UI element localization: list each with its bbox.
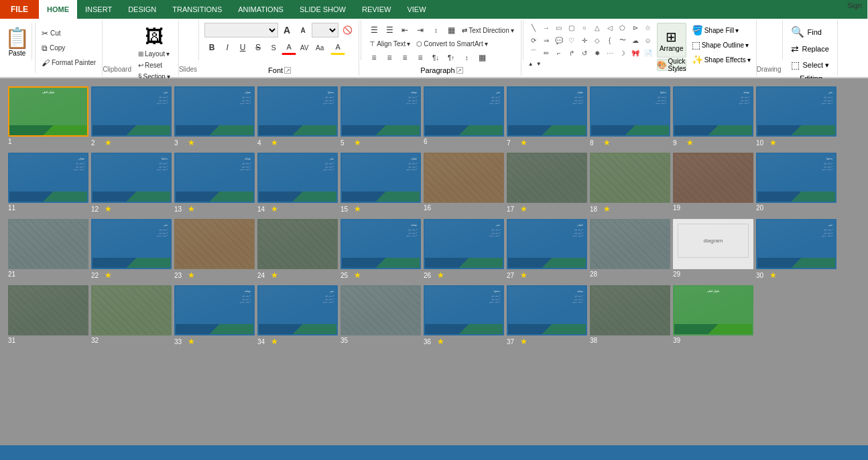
slide-thumbnail[interactable] [590, 153, 670, 203]
char-spacing-button[interactable]: AV [297, 40, 312, 55]
shape-smiley[interactable]: ☺ [642, 34, 654, 46]
font-expand-button[interactable]: ↗ [284, 67, 291, 74]
shape-diamond[interactable]: ◇ [591, 34, 603, 46]
slide-thumbnail[interactable]: نوشته • ردیف اول• ردیف دوم• ردیف سوم [340, 219, 421, 269]
slide-item[interactable]: 21 [8, 219, 88, 280]
slide-thumbnail[interactable]: نوشته • ردیف اول• ردیف دوم• ردیف سوم [673, 86, 753, 137]
tab-transitions[interactable]: TRANSITIONS [164, 0, 230, 19]
slide-thumbnail[interactable]: عنوان • ردیف اول• ردیف دوم• ردیف سوم [174, 86, 255, 137]
shape-oval[interactable]: ○ [578, 21, 591, 33]
shape-fill-button[interactable]: 🪣 Shape Fill ▾ [690, 24, 752, 36]
slide-thumbnail[interactable]: متن • ردیف اول• ردیف دوم• ردیف سوم [756, 86, 836, 137]
slide-thumbnail[interactable] [507, 153, 587, 203]
decrease-indent-button[interactable]: ⇤ [397, 23, 412, 37]
shape-brace[interactable]: { [604, 34, 616, 46]
font-name-select[interactable] [204, 23, 278, 37]
shape-circular-arrow[interactable]: ↺ [578, 47, 591, 59]
slide-item[interactable]: 38 [590, 285, 670, 346]
align-left-button[interactable]: ≡ [367, 50, 381, 65]
slide-thumbnail[interactable] [590, 285, 670, 335]
slide-thumbnail[interactable]: عنوان اصلی [673, 285, 753, 335]
slide-item[interactable]: محتوا • ردیف اول• ردیف دوم• ردیف سوم 20 [756, 153, 836, 214]
slide-thumbnail[interactable]: متن • ردیف اول• ردیف دوم• ردیف سوم [424, 219, 504, 269]
slide-thumbnail[interactable]: عنوان • ردیف اول• ردیف دوم• ردیف سوم [8, 153, 88, 203]
slide-item[interactable]: نوشته • ردیف اول• ردیف دوم• ردیف سوم 9 ★ [673, 86, 753, 147]
tab-home[interactable]: HOME [39, 0, 77, 19]
numbering-button[interactable]: ☰ [382, 23, 397, 37]
justify-button[interactable]: ≡ [413, 50, 428, 65]
convert-smartart-button[interactable]: ⬡ Convert to SmartArt ▾ [414, 39, 490, 49]
tab-insert[interactable]: INSERT [77, 0, 120, 19]
reset-button[interactable]: ↩ Reset [135, 60, 173, 70]
shape-effects-button[interactable]: ✨ Shape Effects ▾ [690, 54, 752, 66]
sign-in-button[interactable]: Sign [842, 0, 868, 19]
slide-thumbnail[interactable]: متن • ردیف اول• ردیف دوم• ردیف سوم [756, 219, 836, 269]
slide-thumbnail[interactable]: عنوان • ردیف اول• ردیف دوم• ردیف سوم [340, 153, 421, 203]
tab-view[interactable]: VIEW [399, 0, 434, 19]
arrange-button[interactable]: ⊞ Arrange [657, 23, 686, 58]
decrease-font-button[interactable]: A [280, 23, 294, 37]
slide-thumbnail[interactable]: محتوا • ردیف اول• ردیف دوم• ردیف سوم [424, 285, 504, 335]
slide-thumbnail[interactable]: محتوا • ردیف اول• ردیف دوم• ردیف سوم [590, 86, 670, 137]
slide-thumbnail[interactable] [673, 153, 753, 203]
slide-item[interactable]: نوشته • ردیف اول• ردیف دوم• ردیف سوم 5 ★ [340, 86, 421, 147]
text-direction-button[interactable]: ⇄ Text Direction ▾ [459, 25, 517, 35]
shape-rounded-rect[interactable]: ▢ [566, 21, 578, 33]
slide-item[interactable]: عنوان اصلی 1 [8, 86, 88, 147]
slide-item[interactable]: diagram 29 [673, 219, 753, 280]
line-spacing-button[interactable]: ↕ [428, 23, 443, 37]
slide-thumbnail[interactable]: نوشته • ردیف اول• ردیف دوم• ردیف سوم [507, 285, 587, 335]
shape-cloud[interactable]: ☁ [629, 34, 641, 46]
slide-thumbnail[interactable]: متن • ردیف اول• ردیف دوم• ردیف سوم [257, 153, 338, 203]
slide-thumbnail[interactable]: diagram [673, 219, 753, 269]
shape-moon[interactable]: ☽ [617, 47, 629, 59]
slide-item[interactable]: 32 [91, 285, 172, 346]
underline-button[interactable]: U [235, 40, 250, 55]
slide-thumbnail[interactable]: متن • ردیف اول• ردیف دوم• ردیف سوم [424, 86, 504, 137]
slide-item[interactable]: 28 [590, 219, 670, 280]
shape-bent-arrow[interactable]: ↱ [566, 47, 578, 59]
shape-callout[interactable]: 💬 [553, 34, 565, 46]
slide-item[interactable]: نوشته • ردیف اول• ردیف دوم• ردیف سوم 37 … [507, 285, 587, 346]
slide-thumbnail[interactable]: محتوا • ردیف اول• ردیف دوم• ردیف سوم [756, 153, 836, 203]
file-tab[interactable]: FILE [0, 0, 39, 19]
slide-item[interactable]: 31 [8, 285, 88, 346]
tab-animations[interactable]: ANIMATIONS [230, 0, 292, 19]
slide-thumbnail[interactable] [8, 285, 88, 335]
shape-chevron[interactable]: ⊳ [629, 21, 641, 33]
slide-thumbnail[interactable] [340, 285, 421, 335]
slide-item[interactable]: متن • ردیف اول• ردیف دوم• ردیف سوم 34 ★ [257, 285, 338, 346]
para-col-button[interactable]: ▦ [475, 50, 489, 65]
decrease-para-button[interactable]: ¶↓ [428, 50, 443, 65]
slide-grid-container[interactable]: عنوان اصلی 1 متن • ردیف او [0, 78, 868, 460]
font-case-button[interactable]: Aa [312, 40, 327, 55]
shape-connector[interactable]: ⌐ [553, 47, 565, 59]
slide-thumbnail[interactable] [91, 285, 172, 335]
paragraph-expand-button[interactable]: ↗ [456, 67, 463, 74]
slide-thumbnail[interactable]: نوشته • ردیف اول• ردیف دوم• ردیف سوم [174, 285, 255, 335]
slide-item[interactable]: 16 [424, 153, 504, 214]
select-button[interactable]: ⬚ Select ▾ [788, 58, 833, 72]
shape-more[interactable]: ⋯ [604, 47, 616, 59]
slide-thumbnail[interactable]: محتوا • ردیف اول• ردیف دوم• ردیف سوم [91, 153, 172, 203]
shape-block-arrow[interactable]: ⇒ [540, 34, 552, 46]
slide-item[interactable]: محتوا • ردیف اول• ردیف دوم• ردیف سوم 12 … [91, 153, 172, 214]
slide-item[interactable]: محتوا • ردیف اول• ردیف دوم• ردیف سوم 8 ★ [590, 86, 670, 147]
slide-thumbnail[interactable]: متن • ردیف اول• ردیف دوم• ردیف سوم [257, 285, 338, 335]
cut-button[interactable]: ✂ Cut [38, 27, 99, 40]
shape-star[interactable]: ☆ [642, 21, 654, 33]
tab-design[interactable]: DESIGN [120, 0, 164, 19]
shape-arc[interactable]: ⌒ [528, 47, 540, 59]
italic-button[interactable]: I [220, 40, 235, 55]
tab-slideshow[interactable]: SLIDE SHOW [292, 0, 354, 19]
text-shadow-button[interactable]: S [266, 40, 281, 55]
layout-button[interactable]: ⊞ Layout ▾ [135, 49, 173, 59]
font-color2-button[interactable]: A [330, 40, 345, 55]
slide-thumbnail[interactable]: محتوا • ردیف اول• ردیف دوم• ردیف سوم [257, 86, 338, 137]
slide-thumbnail[interactable] [424, 153, 504, 203]
increase-font-button[interactable]: A [296, 23, 310, 37]
slide-thumbnail[interactable]: عنوان • ردیف اول• ردیف دوم• ردیف سوم [507, 219, 587, 269]
slide-item[interactable]: متن • ردیف اول• ردیف دوم• ردیف سوم 26 ★ [424, 219, 504, 280]
slide-item[interactable]: متن • ردیف اول• ردیف دوم• ردیف سوم 22 ★ [91, 219, 172, 280]
strikethrough-button[interactable]: S [251, 40, 265, 55]
